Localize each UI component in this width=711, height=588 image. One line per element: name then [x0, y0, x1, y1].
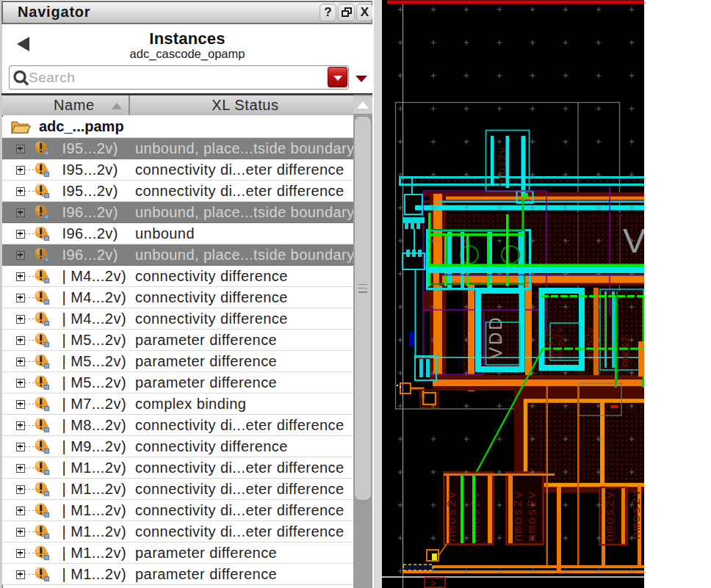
svg-text:nmos2v: nmos2v	[525, 490, 539, 542]
svg-text:nmos2v: nmos2v	[445, 490, 459, 542]
svg-text:>: >	[430, 579, 436, 588]
svg-text:mos2v: mos2v	[554, 327, 566, 360]
svg-text:nmos2v: nmos2v	[511, 490, 525, 542]
svg-text:VDD: VDD	[486, 315, 505, 359]
svg-text:nmos2v: nmos2v	[603, 490, 617, 542]
svg-text:nmos2: nmos2	[620, 336, 632, 367]
svg-text:nmos2v: nmos2v	[629, 488, 643, 540]
svg-text:nmos2v: nmos2v	[497, 147, 508, 188]
svg-text:nmos2v: nmos2v	[469, 490, 483, 542]
svg-text:mos2v: mos2v	[584, 327, 596, 360]
